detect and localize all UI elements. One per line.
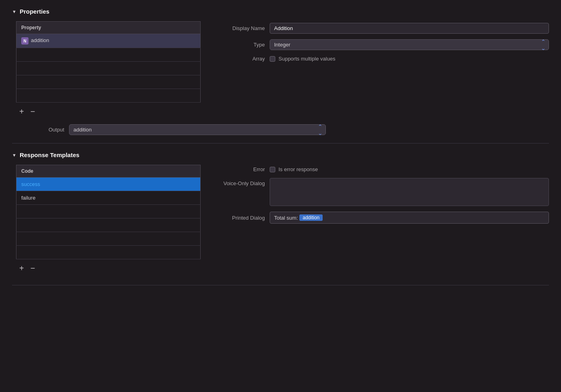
code-name: success: [21, 181, 40, 187]
property-table-row[interactable]: [16, 89, 201, 103]
property-icon: N: [21, 37, 28, 44]
property-table-row[interactable]: [16, 75, 201, 89]
add-property-button[interactable]: +: [18, 107, 26, 116]
response-templates-content: Code successfailure + − Error I: [12, 165, 549, 273]
property-table-row[interactable]: [16, 62, 201, 75]
property-column-header: Property: [16, 22, 201, 34]
code-table-row[interactable]: failure: [16, 191, 201, 205]
printed-dialog-row: Printed Dialog Total sum: addition: [217, 212, 549, 224]
code-table-row[interactable]: [16, 205, 201, 218]
type-label: Type: [217, 42, 265, 48]
section-divider-1: [12, 143, 549, 143]
array-checkbox-label: Supports multiple values: [278, 56, 335, 62]
printed-dialog-text: Total sum:: [274, 215, 298, 221]
code-table-row[interactable]: [16, 246, 201, 259]
property-table-container: Property Naddition + −: [16, 21, 201, 116]
printed-dialog-label: Printed Dialog: [217, 215, 265, 221]
code-table-container: Code successfailure + −: [16, 165, 201, 273]
code-table: Code successfailure: [16, 165, 201, 259]
properties-header: ▼ Properties: [12, 8, 549, 15]
array-checkbox[interactable]: [270, 56, 275, 62]
properties-content: Property Naddition + − Display Name: [12, 21, 549, 116]
display-name-input[interactable]: [270, 23, 549, 34]
array-label: Array: [217, 56, 265, 62]
error-checkbox[interactable]: [270, 167, 275, 172]
error-checkbox-label: Is error response: [278, 166, 318, 172]
property-table-row[interactable]: Naddition: [16, 34, 201, 48]
code-name: failure: [21, 195, 35, 201]
section-divider-2: [12, 285, 549, 285]
response-templates-header: ▼ Response Templates: [12, 152, 549, 158]
code-table-row[interactable]: success: [16, 178, 201, 191]
array-row: Array Supports multiple values: [217, 56, 549, 62]
response-templates-section: ▼ Response Templates Code successfailure…: [12, 152, 549, 273]
response-form-panel: Error Is error response Voice-Only Dialo…: [217, 165, 549, 224]
properties-triangle[interactable]: ▼: [12, 9, 16, 14]
array-checkbox-row: Supports multiple values: [270, 56, 335, 62]
remove-response-button[interactable]: −: [29, 263, 37, 273]
printed-dialog-field[interactable]: Total sum: addition: [270, 212, 549, 224]
type-select-wrapper: Integer String Boolean Double Float ⌃⌄: [270, 39, 549, 50]
code-table-controls: + −: [16, 263, 201, 273]
output-select[interactable]: addition: [69, 124, 326, 135]
error-row: Error Is error response: [217, 166, 549, 172]
display-name-row: Display Name: [217, 23, 549, 34]
property-table: Property Naddition: [16, 21, 201, 103]
property-form-panel: Display Name Type Integer String Boolean…: [217, 21, 549, 62]
output-label: Output: [16, 127, 64, 133]
property-table-controls: + −: [16, 107, 201, 116]
remove-property-button[interactable]: −: [29, 107, 37, 116]
main-container: ▼ Properties Property Naddition + −: [0, 0, 561, 301]
output-select-wrapper: addition ⌃⌄: [69, 124, 326, 135]
voice-only-textarea[interactable]: [270, 178, 549, 206]
add-response-button[interactable]: +: [18, 263, 26, 273]
type-row: Type Integer String Boolean Double Float…: [217, 39, 549, 50]
printed-dialog-tag: addition: [299, 214, 323, 221]
output-row: Output addition ⌃⌄: [16, 124, 549, 135]
property-table-row[interactable]: [16, 48, 201, 62]
error-label: Error: [217, 166, 265, 172]
output-section: Output addition ⌃⌄: [12, 124, 549, 135]
type-select[interactable]: Integer String Boolean Double Float: [270, 39, 549, 50]
response-templates-triangle[interactable]: ▼: [12, 153, 16, 158]
voice-only-row: Voice-Only Dialog: [217, 178, 549, 206]
display-name-label: Display Name: [217, 25, 265, 31]
voice-only-label: Voice-Only Dialog: [217, 178, 265, 186]
properties-section: ▼ Properties Property Naddition + −: [12, 8, 549, 135]
code-table-row[interactable]: [16, 232, 201, 246]
code-table-row[interactable]: [16, 218, 201, 232]
code-column-header: Code: [16, 165, 201, 178]
error-checkbox-row: Is error response: [270, 166, 318, 172]
property-name: addition: [31, 37, 49, 43]
properties-title: Properties: [20, 8, 49, 15]
response-templates-title: Response Templates: [20, 152, 79, 158]
